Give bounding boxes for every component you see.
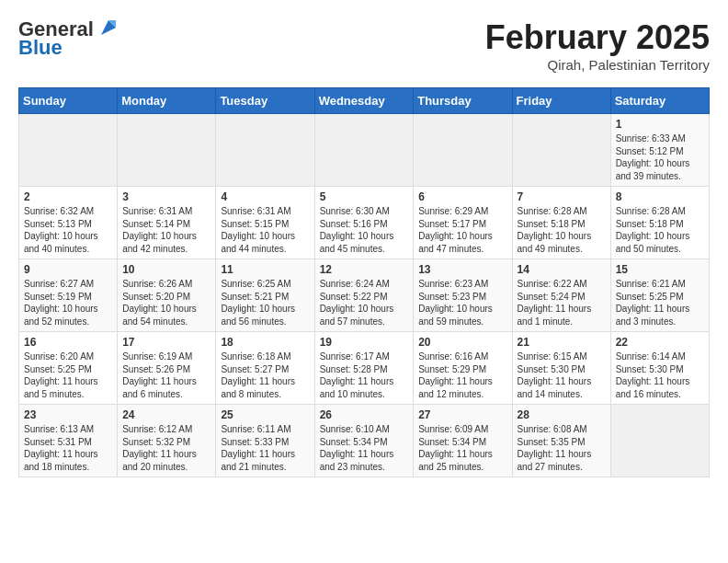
calendar-cell <box>512 114 610 187</box>
calendar-cell: 8Sunrise: 6:28 AM Sunset: 5:18 PM Daylig… <box>610 187 709 259</box>
day-content: Sunrise: 6:31 AM Sunset: 5:15 PM Dayligh… <box>221 205 309 255</box>
page-header: General Blue February 2025 Qirah, Palest… <box>18 18 710 73</box>
calendar-cell: 28Sunrise: 6:08 AM Sunset: 5:35 PM Dayli… <box>512 405 610 477</box>
day-number: 28 <box>518 408 606 421</box>
day-number: 19 <box>320 336 409 349</box>
logo-icon <box>96 15 121 40</box>
day-number: 18 <box>221 336 309 349</box>
day-number: 9 <box>24 263 112 276</box>
calendar-cell: 26Sunrise: 6:10 AM Sunset: 5:34 PM Dayli… <box>314 405 414 477</box>
calendar-cell: 14Sunrise: 6:22 AM Sunset: 5:24 PM Dayli… <box>512 259 610 332</box>
day-content: Sunrise: 6:22 AM Sunset: 5:24 PM Dayligh… <box>518 278 606 327</box>
weekday-header-tuesday: Tuesday <box>216 88 314 114</box>
calendar-cell: 21Sunrise: 6:15 AM Sunset: 5:30 PM Dayli… <box>512 332 610 405</box>
weekday-header-thursday: Thursday <box>414 88 512 114</box>
day-number: 24 <box>122 408 210 421</box>
weekday-header-friday: Friday <box>512 88 610 114</box>
day-number: 7 <box>518 190 606 203</box>
location-subtitle: Qirah, Palestinian Territory <box>485 57 710 73</box>
calendar-cell: 7Sunrise: 6:28 AM Sunset: 5:18 PM Daylig… <box>512 187 610 259</box>
calendar-cell: 16Sunrise: 6:20 AM Sunset: 5:25 PM Dayli… <box>19 332 118 405</box>
day-number: 21 <box>518 336 606 349</box>
calendar-cell: 15Sunrise: 6:21 AM Sunset: 5:25 PM Dayli… <box>610 259 709 332</box>
day-content: Sunrise: 6:10 AM Sunset: 5:34 PM Dayligh… <box>320 423 409 473</box>
calendar-cell: 20Sunrise: 6:16 AM Sunset: 5:29 PM Dayli… <box>414 332 512 405</box>
day-content: Sunrise: 6:26 AM Sunset: 5:20 PM Dayligh… <box>122 278 210 327</box>
day-content: Sunrise: 6:27 AM Sunset: 5:19 PM Dayligh… <box>24 278 112 327</box>
day-content: Sunrise: 6:25 AM Sunset: 5:21 PM Dayligh… <box>221 278 309 327</box>
day-content: Sunrise: 6:18 AM Sunset: 5:27 PM Dayligh… <box>221 350 309 400</box>
day-content: Sunrise: 6:20 AM Sunset: 5:25 PM Dayligh… <box>24 350 112 400</box>
calendar-week-row: 9Sunrise: 6:27 AM Sunset: 5:19 PM Daylig… <box>19 259 710 332</box>
day-content: Sunrise: 6:29 AM Sunset: 5:17 PM Dayligh… <box>418 205 506 255</box>
day-number: 5 <box>320 190 409 203</box>
weekday-header-sunday: Sunday <box>19 88 118 114</box>
day-content: Sunrise: 6:13 AM Sunset: 5:31 PM Dayligh… <box>24 423 112 473</box>
calendar-cell: 27Sunrise: 6:09 AM Sunset: 5:34 PM Dayli… <box>414 405 512 477</box>
calendar-cell: 18Sunrise: 6:18 AM Sunset: 5:27 PM Dayli… <box>216 332 314 405</box>
calendar-cell: 10Sunrise: 6:26 AM Sunset: 5:20 PM Dayli… <box>118 259 216 332</box>
calendar-week-row: 16Sunrise: 6:20 AM Sunset: 5:25 PM Dayli… <box>19 332 710 405</box>
calendar-cell: 22Sunrise: 6:14 AM Sunset: 5:30 PM Dayli… <box>610 332 709 405</box>
calendar-cell: 17Sunrise: 6:19 AM Sunset: 5:26 PM Dayli… <box>118 332 216 405</box>
day-number: 3 <box>122 190 210 203</box>
calendar-week-row: 1Sunrise: 6:33 AM Sunset: 5:12 PM Daylig… <box>19 114 710 187</box>
day-content: Sunrise: 6:33 AM Sunset: 5:12 PM Dayligh… <box>616 132 704 182</box>
calendar-cell <box>314 114 414 187</box>
day-content: Sunrise: 6:23 AM Sunset: 5:23 PM Dayligh… <box>418 278 506 327</box>
day-content: Sunrise: 6:21 AM Sunset: 5:25 PM Dayligh… <box>616 278 704 327</box>
calendar-cell <box>610 405 709 477</box>
calendar-cell <box>414 114 512 187</box>
weekday-header-wednesday: Wednesday <box>314 88 414 114</box>
day-content: Sunrise: 6:08 AM Sunset: 5:35 PM Dayligh… <box>518 423 606 473</box>
month-year-title: February 2025 <box>485 18 710 57</box>
day-number: 4 <box>221 190 309 203</box>
calendar-cell: 3Sunrise: 6:31 AM Sunset: 5:14 PM Daylig… <box>118 187 216 259</box>
calendar-week-row: 2Sunrise: 6:32 AM Sunset: 5:13 PM Daylig… <box>19 187 710 259</box>
day-number: 25 <box>221 408 309 421</box>
day-number: 20 <box>418 336 506 349</box>
day-content: Sunrise: 6:24 AM Sunset: 5:22 PM Dayligh… <box>320 278 409 327</box>
calendar-cell: 5Sunrise: 6:30 AM Sunset: 5:16 PM Daylig… <box>314 187 414 259</box>
title-block: February 2025 Qirah, Palestinian Territo… <box>485 18 710 73</box>
day-number: 17 <box>122 336 210 349</box>
day-number: 13 <box>418 263 506 276</box>
day-content: Sunrise: 6:14 AM Sunset: 5:30 PM Dayligh… <box>616 350 704 400</box>
day-number: 1 <box>616 118 704 131</box>
calendar-week-row: 23Sunrise: 6:13 AM Sunset: 5:31 PM Dayli… <box>19 405 710 477</box>
day-content: Sunrise: 6:30 AM Sunset: 5:16 PM Dayligh… <box>320 205 409 255</box>
day-content: Sunrise: 6:17 AM Sunset: 5:28 PM Dayligh… <box>320 350 409 400</box>
logo: General Blue <box>18 18 121 59</box>
day-content: Sunrise: 6:15 AM Sunset: 5:30 PM Dayligh… <box>518 350 606 400</box>
calendar-cell <box>19 114 118 187</box>
day-number: 10 <box>122 263 210 276</box>
weekday-header-monday: Monday <box>118 88 216 114</box>
calendar-cell: 12Sunrise: 6:24 AM Sunset: 5:22 PM Dayli… <box>314 259 414 332</box>
day-number: 6 <box>418 190 506 203</box>
calendar-cell <box>118 114 216 187</box>
day-number: 26 <box>320 408 409 421</box>
calendar-cell: 2Sunrise: 6:32 AM Sunset: 5:13 PM Daylig… <box>19 187 118 259</box>
day-number: 11 <box>221 263 309 276</box>
calendar-cell: 9Sunrise: 6:27 AM Sunset: 5:19 PM Daylig… <box>19 259 118 332</box>
day-number: 14 <box>518 263 606 276</box>
calendar-cell: 13Sunrise: 6:23 AM Sunset: 5:23 PM Dayli… <box>414 259 512 332</box>
day-number: 16 <box>24 336 112 349</box>
calendar-cell: 1Sunrise: 6:33 AM Sunset: 5:12 PM Daylig… <box>610 114 709 187</box>
calendar-cell: 23Sunrise: 6:13 AM Sunset: 5:31 PM Dayli… <box>19 405 118 477</box>
day-content: Sunrise: 6:09 AM Sunset: 5:34 PM Dayligh… <box>418 423 506 473</box>
day-number: 15 <box>616 263 704 276</box>
day-content: Sunrise: 6:28 AM Sunset: 5:18 PM Dayligh… <box>616 205 704 255</box>
calendar-cell: 4Sunrise: 6:31 AM Sunset: 5:15 PM Daylig… <box>216 187 314 259</box>
day-content: Sunrise: 6:28 AM Sunset: 5:18 PM Dayligh… <box>518 205 606 255</box>
day-content: Sunrise: 6:11 AM Sunset: 5:33 PM Dayligh… <box>221 423 309 473</box>
calendar-cell: 24Sunrise: 6:12 AM Sunset: 5:32 PM Dayli… <box>118 405 216 477</box>
weekday-header-row: SundayMondayTuesdayWednesdayThursdayFrid… <box>19 88 710 114</box>
day-number: 23 <box>24 408 112 421</box>
day-content: Sunrise: 6:31 AM Sunset: 5:14 PM Dayligh… <box>122 205 210 255</box>
day-content: Sunrise: 6:16 AM Sunset: 5:29 PM Dayligh… <box>418 350 506 400</box>
calendar-table: SundayMondayTuesdayWednesdayThursdayFrid… <box>18 87 710 477</box>
day-content: Sunrise: 6:32 AM Sunset: 5:13 PM Dayligh… <box>24 205 112 255</box>
day-number: 22 <box>616 336 704 349</box>
calendar-cell: 11Sunrise: 6:25 AM Sunset: 5:21 PM Dayli… <box>216 259 314 332</box>
